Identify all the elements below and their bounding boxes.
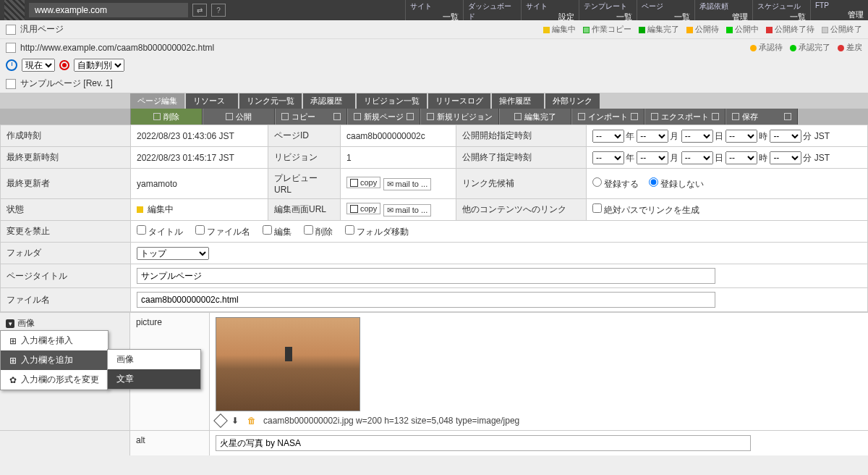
topnav-item[interactable]: スケジュール一覧 xyxy=(752,0,810,20)
legend-item: 公開終了待 xyxy=(766,24,814,35)
mail-icon: ✉ xyxy=(387,180,393,189)
menu-change-format[interactable]: ✿入力欄の形式を変更 xyxy=(1,370,108,390)
topnav-item[interactable]: テンプレート一覧 xyxy=(579,0,637,20)
forbid-file-check[interactable] xyxy=(195,225,205,235)
preview-label: プレビューURL xyxy=(268,169,341,199)
tab-2[interactable]: リンク元一覧 xyxy=(239,93,302,109)
copy-icon xyxy=(350,179,358,187)
m-sel[interactable]: -- xyxy=(637,130,668,143)
approve-legend: 承認待承認完了差戻 xyxy=(750,42,862,53)
copy-button[interactable]: copy xyxy=(346,177,380,188)
top-nav: サイト一覧ダッシュボードサイト設定テンプレート一覧ページ一覧承認依頼管理スケジュ… xyxy=(405,0,868,20)
topnav-item[interactable]: サイト一覧 xyxy=(405,0,463,20)
page-icon xyxy=(6,25,16,35)
tab-7[interactable]: 外部リンク xyxy=(545,93,600,109)
legend-item: 公開中 xyxy=(726,24,759,35)
toolbar-新規ページ[interactable]: 新規ページ xyxy=(347,109,420,125)
copy-button-2[interactable]: copy xyxy=(346,203,380,214)
alt-key: alt xyxy=(130,431,210,455)
file-info: caam8b000000002i.jpg w=200 h=132 size=5,… xyxy=(263,416,519,426)
pubend-label: 公開終了指定時刻 xyxy=(456,147,587,169)
min-sel[interactable]: -- xyxy=(770,130,801,143)
toolbar-削除[interactable]: 削除 xyxy=(130,109,203,125)
context-menu: ⊞入力欄を挿入 ⊞入力欄を追加 ✿入力欄の形式を変更 xyxy=(0,330,109,390)
submenu-text[interactable]: 文章 xyxy=(108,369,200,389)
legend-item: 差戻 xyxy=(838,42,862,53)
doc-icon xyxy=(6,79,16,89)
toolbar-コピー[interactable]: コピー xyxy=(275,109,347,125)
clock-icon xyxy=(6,59,17,71)
top-bar: www.example.com ⇄ ? サイト一覧ダッシュボードサイト設定テンプ… xyxy=(0,0,868,20)
record-icon xyxy=(59,60,69,70)
status-val: 編集中 xyxy=(148,204,174,214)
toolbar-エクスポート[interactable]: エクスポート xyxy=(644,109,726,125)
submenu-image[interactable]: 画像 xyxy=(108,350,200,369)
topnav-item[interactable]: ページ一覧 xyxy=(637,0,694,20)
subheader-1: 汎用ページ 編集中作業コピー編集完了公開待公開中公開終了待公開終了 xyxy=(0,20,868,39)
swap-icon[interactable]: ⇄ xyxy=(192,4,207,17)
topnav-item[interactable]: ダッシュボード xyxy=(463,0,521,20)
forbid-move-check[interactable] xyxy=(345,225,354,235)
legend-item: 公開終了 xyxy=(822,24,862,35)
toolbar-保存[interactable]: 保存 xyxy=(726,109,798,125)
topnav-item[interactable]: サイト設定 xyxy=(521,0,579,20)
topnav-item[interactable]: 承認依頼管理 xyxy=(694,0,752,20)
menu-insert-field[interactable]: ⊞入力欄を挿入 xyxy=(1,331,108,350)
help-icon[interactable]: ? xyxy=(211,4,226,17)
menu-add-field[interactable]: ⊞入力欄を追加 xyxy=(1,350,108,370)
reg-no-radio[interactable] xyxy=(649,177,658,187)
forbid-title-check[interactable] xyxy=(137,225,146,235)
pageid-val: caam8b000000002c xyxy=(341,125,456,147)
time-row: 現在 自動判別 xyxy=(0,56,868,75)
breadcrumb-row: サンプルページ [Rev. 1] xyxy=(0,75,868,93)
rev-val: 1 xyxy=(341,147,456,169)
legend-item: 承認完了 xyxy=(790,42,830,53)
pageid-label: ページID xyxy=(268,125,341,147)
y-sel[interactable]: -- xyxy=(592,130,624,143)
forbid-del-check[interactable] xyxy=(304,225,313,235)
title-label: ページタイトル xyxy=(1,264,131,288)
filename-input[interactable] xyxy=(137,292,715,308)
tab-5[interactable]: リリースログ xyxy=(428,93,490,109)
folder-select[interactable]: トップ xyxy=(137,247,209,260)
detect-select[interactable]: 自動判別 xyxy=(74,59,124,72)
copy-icon xyxy=(350,205,358,213)
title-input[interactable] xyxy=(137,268,715,284)
h-sel[interactable]: -- xyxy=(726,130,757,143)
tab-3[interactable]: 承認履歴 xyxy=(303,93,355,109)
forbid-edit-check[interactable] xyxy=(263,225,272,235)
status-legend: 編集中作業コピー編集完了公開待公開中公開終了待公開終了 xyxy=(543,24,862,35)
download-icon[interactable]: ⬇ xyxy=(231,416,242,426)
toolbar-公開[interactable]: 公開 xyxy=(203,109,275,125)
alt-row: alt xyxy=(0,430,868,455)
mailto-button-2[interactable]: ✉mail to ... xyxy=(383,204,432,217)
tab-1[interactable]: リソース xyxy=(186,93,238,109)
pubstart-label: 公開開始指定時刻 xyxy=(456,125,587,147)
image-preview xyxy=(216,317,360,411)
url-row: http://www.example.com/caam8b000000002c.… xyxy=(0,39,868,56)
created-label: 作成時刻 xyxy=(1,125,131,147)
edit-icon[interactable] xyxy=(213,413,228,428)
mailto-button[interactable]: ✉mail to ... xyxy=(383,178,432,190)
tab-4[interactable]: リビジョン一覧 xyxy=(357,93,427,109)
tab-6[interactable]: 操作履歴 xyxy=(492,93,544,109)
d-sel[interactable]: -- xyxy=(681,130,713,143)
time-select[interactable]: 現在 xyxy=(22,59,55,72)
reg-yes-radio[interactable] xyxy=(592,177,602,187)
abspath-check[interactable] xyxy=(592,203,602,213)
alt-input[interactable] xyxy=(216,435,751,451)
tabs: ページ編集リソースリンク元一覧承認履歴リビジョン一覧リリースログ操作履歴外部リン… xyxy=(0,93,868,109)
toolbar-インポート[interactable]: インポート xyxy=(571,109,644,125)
tab-0[interactable]: ページ編集 xyxy=(130,93,184,109)
topnav-item[interactable]: FTP管理 xyxy=(810,0,868,20)
toolbar-新規リビジョン[interactable]: 新規リビジョン xyxy=(420,109,499,125)
page-full-url: http://www.example.com/caam8b000000002c.… xyxy=(20,43,214,53)
chevron-down-icon[interactable]: ▾ xyxy=(6,319,14,328)
plus-icon: ⊞ xyxy=(9,336,17,346)
toolbar: 削除公開コピー新規ページ新規リビジョン編集完了インポートエクスポート保存 xyxy=(0,109,868,125)
forbid-label: 変更を禁止 xyxy=(1,221,131,243)
trash-icon[interactable]: 🗑 xyxy=(247,416,258,426)
image-row: ▾画像 ⊞入力欄を挿入 ⊞入力欄を追加 ✿入力欄の形式を変更 画像 文章 pic… xyxy=(0,312,868,430)
toolbar-編集完了[interactable]: 編集完了 xyxy=(499,109,571,125)
breadcrumb: サンプルページ [Rev. 1] xyxy=(20,77,113,90)
